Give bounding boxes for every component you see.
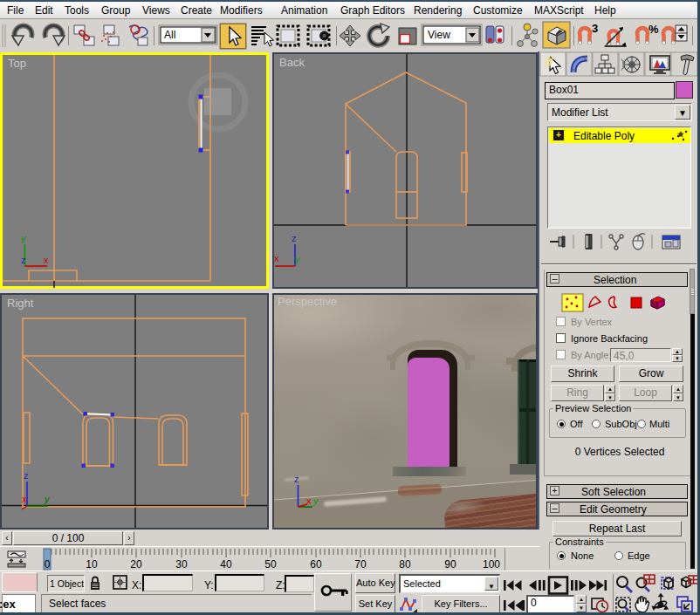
svg-text:x: x xyxy=(274,253,279,263)
svg-text:z: z xyxy=(21,255,26,265)
svg-text:y: y xyxy=(20,233,27,243)
svg-text:60: 60 xyxy=(310,558,322,571)
svg-text:20: 20 xyxy=(130,558,142,571)
svg-text:x: x xyxy=(306,495,312,506)
svg-text:80: 80 xyxy=(399,558,411,571)
svg-text:y: y xyxy=(44,494,51,504)
svg-text:x: x xyxy=(22,494,27,504)
svg-text:40: 40 xyxy=(220,558,232,571)
svg-text:All: All xyxy=(164,29,175,41)
svg-text:3: 3 xyxy=(592,22,598,35)
svg-text:View: View xyxy=(428,29,450,41)
svg-text:0: 0 xyxy=(45,558,51,571)
svg-text:z: z xyxy=(24,470,29,481)
svg-text:70: 70 xyxy=(354,558,367,571)
svg-text:z: z xyxy=(292,233,297,243)
svg-text:30: 30 xyxy=(175,558,188,571)
svg-text:y: y xyxy=(294,254,301,264)
svg-text:50: 50 xyxy=(264,558,277,571)
svg-text:x: x xyxy=(44,255,49,265)
svg-text:%: % xyxy=(649,23,659,36)
svg-text:y: y xyxy=(312,495,319,506)
svg-text:z: z xyxy=(294,474,299,484)
svg-text:90: 90 xyxy=(444,558,456,571)
svg-text:10: 10 xyxy=(86,558,98,571)
svg-text:100: 100 xyxy=(483,558,500,571)
